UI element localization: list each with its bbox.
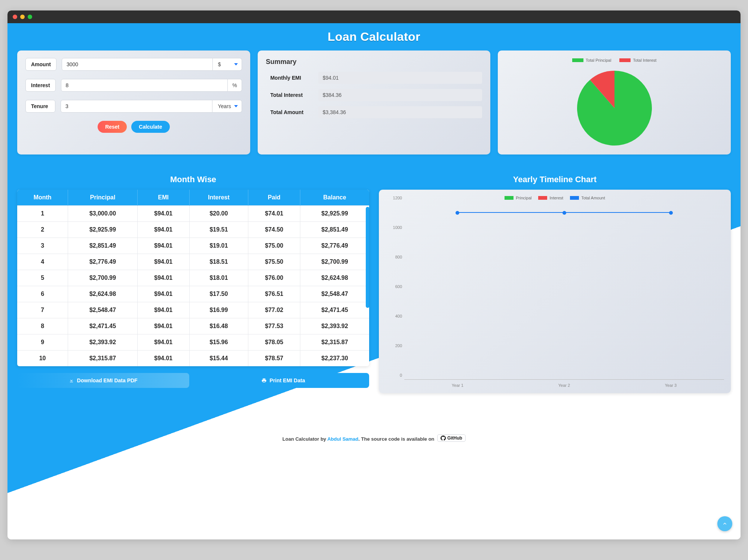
summary-row: Total Interest $384.36 xyxy=(266,89,482,101)
table-cell: $2,315.87 xyxy=(68,351,138,367)
monthwise-table: MonthPrincipalEMIInterestPaidBalance 1$3… xyxy=(17,190,369,366)
table-cell: $19.01 xyxy=(189,238,248,254)
print-button[interactable]: Print EMI Data xyxy=(197,373,370,388)
legend-item: Interest xyxy=(538,196,563,200)
github-link[interactable]: GitHub xyxy=(437,434,466,442)
table-cell: $18.01 xyxy=(189,270,248,286)
legend-item: Total Principal xyxy=(572,58,611,62)
amount-input[interactable] xyxy=(62,58,213,71)
table-cell: $2,776.49 xyxy=(68,254,138,270)
table-cell: $94.01 xyxy=(137,206,189,222)
table-cell: $2,315.87 xyxy=(300,334,369,351)
table-row: 9$2,393.92$94.01$15.96$78.05$2,315.87 xyxy=(17,334,369,351)
table-cell: $17.50 xyxy=(189,286,248,302)
table-cell: $2,548.47 xyxy=(68,302,138,318)
table-cell: 1 xyxy=(17,206,68,222)
table-cell: $77.02 xyxy=(248,302,300,318)
summary-row: Monthly EMI $94.01 xyxy=(266,72,482,84)
minimize-icon[interactable] xyxy=(20,15,25,19)
table-cell: 3 xyxy=(17,238,68,254)
download-icon xyxy=(69,378,74,383)
table-row: 2$2,925.99$94.01$19.51$74.50$2,851.49 xyxy=(17,222,369,238)
interest-input[interactable] xyxy=(61,79,228,92)
interest-unit: % xyxy=(228,79,242,92)
summary-label: Total Amount xyxy=(270,109,312,115)
table-cell: $2,925.99 xyxy=(68,222,138,238)
table-cell: $16.99 xyxy=(189,302,248,318)
table-row: 7$2,548.47$94.01$16.99$77.02$2,471.45 xyxy=(17,302,369,318)
amount-label: Amount xyxy=(25,58,56,71)
table-cell: 4 xyxy=(17,254,68,270)
monthwise-table-card: MonthPrincipalEMIInterestPaidBalance 1$3… xyxy=(17,190,369,366)
legend-swatch xyxy=(538,196,547,200)
summary-label: Total Interest xyxy=(270,92,312,98)
chevron-up-icon xyxy=(722,521,728,527)
table-row: 6$2,624.98$94.01$17.50$76.51$2,548.47 xyxy=(17,286,369,302)
legend-swatch xyxy=(572,58,583,62)
table-cell: $2,851.49 xyxy=(300,222,369,238)
table-cell: 2 xyxy=(17,222,68,238)
yearly-column: Yearly Timeline Chart PrincipalInterestT… xyxy=(379,175,731,393)
table-cell: $2,851.49 xyxy=(68,238,138,254)
y-tick-label: 0 xyxy=(400,373,402,377)
legend-item: Total Interest xyxy=(619,58,656,62)
input-card: Amount $ Interest % xyxy=(17,51,250,154)
table-cell: $94.01 xyxy=(137,222,189,238)
table-scrollbar[interactable] xyxy=(366,207,369,366)
top-row: Amount $ Interest % xyxy=(7,48,741,154)
table-cell: $94.01 xyxy=(137,254,189,270)
summary-card: Summary Monthly EMI $94.01Total Interest… xyxy=(258,51,491,154)
pie-chart xyxy=(573,65,656,147)
table-cell: $78.57 xyxy=(248,351,300,367)
legend-label: Total Amount xyxy=(581,196,605,200)
bar-legend: PrincipalInterestTotal Amount xyxy=(386,196,724,200)
bar-plot: Year 1 Year 2 Year 3 xyxy=(404,202,724,380)
line-point xyxy=(669,211,673,215)
calculate-button[interactable]: Calculate xyxy=(131,121,169,133)
legend-label: Principal xyxy=(516,196,531,200)
amount-row: Amount $ xyxy=(25,58,242,71)
y-tick-label: 200 xyxy=(395,343,402,348)
scroll-to-top-button[interactable] xyxy=(717,516,732,531)
interest-label: Interest xyxy=(25,79,56,92)
table-row: 5$2,700.99$94.01$18.01$76.00$2,624.98 xyxy=(17,270,369,286)
reset-button[interactable]: Reset xyxy=(98,121,127,133)
legend-item: Total Amount xyxy=(570,196,605,200)
print-icon xyxy=(261,378,267,383)
table-cell: 6 xyxy=(17,286,68,302)
yearly-chart-card: PrincipalInterestTotal Amount 0200400600… xyxy=(379,190,731,393)
page: Loan Calculator Amount $ Interest xyxy=(7,23,741,539)
bar-category-label: Year 2 xyxy=(527,383,601,388)
github-icon xyxy=(441,435,446,441)
pie-legend: Total PrincipalTotal Interest xyxy=(506,58,723,62)
tenure-input[interactable] xyxy=(61,100,212,113)
mid-row: Month Wise MonthPrincipalEMIInterestPaid… xyxy=(7,154,741,393)
tenure-label: Tenure xyxy=(25,100,55,113)
close-icon[interactable] xyxy=(13,15,17,19)
maximize-icon[interactable] xyxy=(28,15,32,19)
table-cell: $2,700.99 xyxy=(68,270,138,286)
table-cell: $94.01 xyxy=(137,286,189,302)
table-cell: $75.50 xyxy=(248,254,300,270)
table-cell: $77.53 xyxy=(248,318,300,334)
currency-select[interactable]: $ xyxy=(213,58,242,71)
table-cell: 9 xyxy=(17,334,68,351)
scrollbar-thumb[interactable] xyxy=(366,207,369,308)
table-row: 4$2,776.49$94.01$18.51$75.50$2,700.99 xyxy=(17,254,369,270)
currency-value: $ xyxy=(218,61,221,67)
author-link[interactable]: Abdul Samad xyxy=(327,436,358,442)
tenure-unit-select[interactable]: Years xyxy=(212,100,242,113)
chevron-down-icon xyxy=(234,63,238,65)
table-column-header: EMI xyxy=(137,190,189,206)
window-titlebar xyxy=(7,10,741,23)
table-cell: $94.01 xyxy=(137,238,189,254)
table-cell: 10 xyxy=(17,351,68,367)
table-cell: $94.01 xyxy=(137,351,189,367)
table-row: 3$2,851.49$94.01$19.01$75.00$2,776.49 xyxy=(17,238,369,254)
table-cell: $20.00 xyxy=(189,206,248,222)
yearly-heading: Yearly Timeline Chart xyxy=(379,175,731,184)
y-tick-label: 800 xyxy=(395,255,402,259)
table-cell: $18.51 xyxy=(189,254,248,270)
footer-prefix: Loan Calculator by xyxy=(282,436,326,442)
download-pdf-button[interactable]: Download EMI Data PDF xyxy=(17,373,189,388)
